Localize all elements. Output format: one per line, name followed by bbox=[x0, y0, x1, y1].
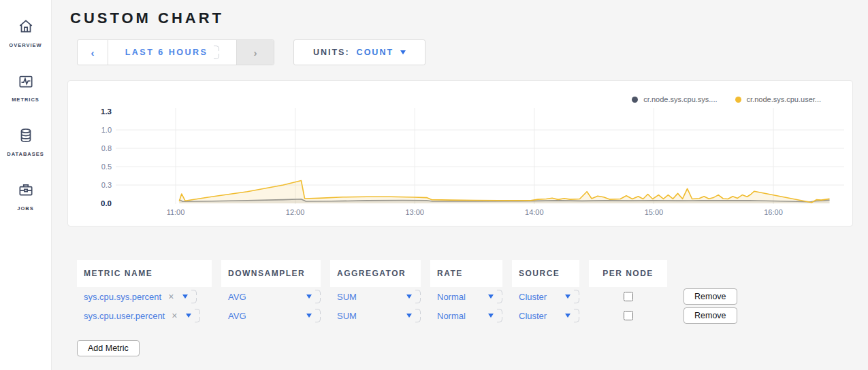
aggregator-dropdown[interactable]: SUM bbox=[337, 308, 421, 323]
home-icon bbox=[17, 18, 35, 38]
dropdown-corner-marks bbox=[573, 308, 579, 323]
table-row-cell: Normal bbox=[430, 306, 502, 325]
dropdown-corner-marks bbox=[415, 289, 421, 304]
caret-down-icon bbox=[565, 295, 570, 299]
time-window-prev-button[interactable] bbox=[78, 40, 108, 65]
dropdown-corner-marks bbox=[191, 289, 197, 304]
svg-text:15:00: 15:00 bbox=[645, 208, 664, 216]
table-row-cell: SUM bbox=[330, 287, 421, 306]
rate-value: Normal bbox=[437, 292, 484, 302]
per-node-checkbox[interactable] bbox=[624, 292, 633, 301]
dropdown-corner-marks bbox=[415, 308, 421, 323]
table-row-cell: sys.cpu.sys.percent bbox=[77, 287, 212, 306]
metric-name-dropdown[interactable]: sys.cpu.sys.percent bbox=[84, 289, 212, 304]
controls-bar: LAST 6 HOURS UNITS: COUNT bbox=[77, 39, 853, 65]
table-row-cell: Remove bbox=[677, 287, 779, 306]
table-row-cell: Cluster bbox=[512, 287, 579, 306]
table-row-cell: SUM bbox=[330, 306, 421, 325]
caret-down-icon bbox=[306, 314, 312, 318]
sidebar-item-databases[interactable]: DATABASES bbox=[0, 114, 51, 169]
table-row-cell bbox=[589, 287, 667, 306]
metric-name-dropdown[interactable]: sys.cpu.user.percent bbox=[84, 308, 212, 323]
dropdown-corner-marks bbox=[496, 308, 502, 323]
aggregator-dropdown[interactable]: SUM bbox=[337, 289, 421, 304]
units-label: UNITS: bbox=[313, 48, 350, 57]
custom-chart-card: cr.node.sys.cpu.sys.... cr.node.sys.cpu.… bbox=[67, 80, 853, 226]
time-window-dropdown[interactable]: LAST 6 HOURS bbox=[108, 40, 236, 65]
page-title: CUSTOM CHART bbox=[70, 10, 853, 27]
svg-text:12:00: 12:00 bbox=[286, 208, 305, 216]
table-row-cell: AVG bbox=[221, 287, 321, 306]
clear-metric-icon[interactable] bbox=[172, 310, 177, 321]
units-value: COUNT bbox=[357, 48, 393, 57]
column-header-aggregator: AGGREGATOR bbox=[330, 260, 421, 287]
caret-down-icon bbox=[488, 314, 494, 318]
column-header-source: SOURCE bbox=[512, 260, 579, 287]
column-header-metric-name: METRIC NAME bbox=[77, 260, 212, 287]
caret-down-icon bbox=[406, 314, 412, 318]
dropdown-corner-marks bbox=[194, 308, 200, 323]
time-window-label: LAST 6 HOURS bbox=[125, 48, 208, 57]
add-metric-button[interactable]: Add Metric bbox=[77, 340, 140, 356]
svg-text:1.3: 1.3 bbox=[101, 107, 112, 116]
column-header-actions bbox=[677, 260, 779, 287]
briefcase-icon bbox=[17, 181, 35, 201]
units-dropdown[interactable]: UNITS: COUNT bbox=[293, 39, 425, 65]
sidebar-item-label: OVERVIEW bbox=[9, 42, 42, 48]
sidebar: OVERVIEW METRICS DATABASES JOBS bbox=[0, 0, 52, 370]
rate-dropdown[interactable]: Normal bbox=[437, 308, 502, 323]
chart-legend: cr.node.sys.cpu.sys.... cr.node.sys.cpu.… bbox=[632, 95, 821, 103]
column-header-rate: RATE bbox=[430, 260, 502, 287]
dropdown-corner-marks bbox=[496, 289, 502, 304]
table-row-cell: Cluster bbox=[512, 306, 579, 325]
sidebar-item-jobs[interactable]: JOBS bbox=[0, 169, 51, 223]
sidebar-item-label: DATABASES bbox=[7, 151, 44, 157]
svg-text:11:00: 11:00 bbox=[167, 208, 185, 216]
sidebar-item-metrics[interactable]: METRICS bbox=[0, 60, 51, 114]
downsampler-dropdown[interactable]: AVG bbox=[228, 308, 321, 323]
add-metric-row: Add Metric bbox=[77, 340, 853, 356]
rate-value: Normal bbox=[437, 311, 484, 321]
per-node-checkbox[interactable] bbox=[624, 311, 633, 320]
source-value: Cluster bbox=[519, 292, 561, 302]
svg-text:13:00: 13:00 bbox=[405, 208, 424, 216]
svg-text:14:00: 14:00 bbox=[525, 208, 544, 216]
svg-text:16:00: 16:00 bbox=[764, 208, 783, 216]
time-window-next-button[interactable] bbox=[236, 40, 274, 65]
table-row-cell: sys.cpu.user.percent bbox=[77, 306, 212, 325]
downsampler-dropdown[interactable]: AVG bbox=[228, 289, 321, 304]
caret-down-icon bbox=[306, 295, 312, 299]
metric-name-value: sys.cpu.user.percent bbox=[84, 311, 165, 321]
dropdown-corner-marks bbox=[573, 289, 579, 304]
sidebar-item-label: JOBS bbox=[17, 205, 33, 212]
legend-label: cr.node.sys.cpu.sys.... bbox=[643, 95, 717, 103]
legend-item[interactable]: cr.node.sys.cpu.user... bbox=[735, 95, 821, 103]
database-icon bbox=[17, 127, 35, 147]
svg-text:0.5: 0.5 bbox=[101, 163, 112, 171]
table-row-cell: AVG bbox=[221, 306, 321, 325]
legend-item[interactable]: cr.node.sys.cpu.sys.... bbox=[632, 95, 717, 103]
table-row-cell bbox=[589, 306, 667, 325]
caret-down-icon bbox=[400, 50, 406, 54]
metric-name-value: sys.cpu.sys.percent bbox=[84, 292, 161, 302]
caret-down-icon bbox=[186, 314, 191, 318]
remove-metric-button[interactable]: Remove bbox=[684, 307, 737, 324]
aggregator-value: SUM bbox=[337, 311, 402, 321]
svg-text:1.0: 1.0 bbox=[101, 126, 112, 134]
legend-dot bbox=[735, 97, 741, 103]
svg-text:0.0: 0.0 bbox=[101, 199, 112, 207]
dropdown-corner-marks bbox=[315, 289, 321, 304]
source-dropdown[interactable]: Cluster bbox=[519, 289, 579, 304]
dropdown-corner-marks bbox=[315, 308, 321, 323]
column-header-downsampler: DOWNSAMPLER bbox=[221, 260, 321, 287]
metrics-table: METRIC NAME DOWNSAMPLER AGGREGATOR RATE … bbox=[77, 260, 853, 325]
clear-metric-icon[interactable] bbox=[168, 291, 174, 302]
source-value: Cluster bbox=[519, 311, 561, 321]
caret-down-icon bbox=[406, 295, 412, 299]
rate-dropdown[interactable]: Normal bbox=[437, 289, 502, 304]
downsampler-value: AVG bbox=[228, 311, 302, 321]
source-dropdown[interactable]: Cluster bbox=[519, 308, 579, 323]
remove-metric-button[interactable]: Remove bbox=[684, 288, 737, 305]
downsampler-value: AVG bbox=[228, 292, 302, 302]
sidebar-item-overview[interactable]: OVERVIEW bbox=[0, 5, 51, 60]
